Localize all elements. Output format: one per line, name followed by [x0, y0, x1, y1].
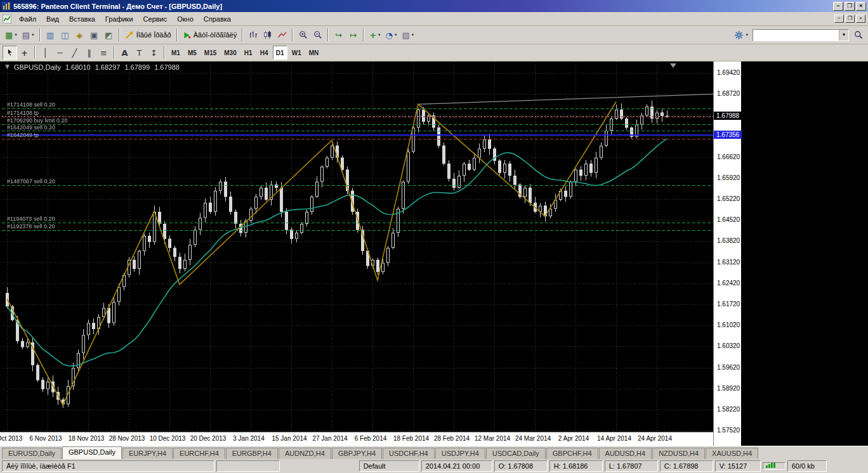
chart-minimize-button[interactable]: − — [834, 15, 844, 23]
fibonacci-button[interactable]: ≡ — [96, 46, 111, 60]
market-watch-icon: ▥ — [46, 31, 54, 39]
timeframe-d1-button[interactable]: D1 — [273, 46, 287, 60]
menu-item-справка[interactable]: Справка — [199, 13, 236, 25]
chart-window-controls: − ❐ × — [834, 15, 865, 23]
timeframe-m30-button[interactable]: M30 — [221, 46, 239, 60]
order-line-label: #1192378 sell 0.20 — [7, 223, 55, 230]
one-click-trading-arrow-icon[interactable]: ▼ — [5, 63, 10, 71]
price-axis-label: 1.58920 — [717, 385, 740, 392]
chart-tab[interactable]: XAUUSD,H4 — [706, 448, 758, 459]
chart-shift-icon: ↦ — [350, 31, 357, 39]
periods-button[interactable]: ◔▾ — [383, 28, 400, 42]
volume-value: V: 15127 — [715, 460, 761, 472]
status-bar: Äëÿ ïîìîùè, íàæìèòå F1Default2014.04.21 … — [0, 459, 868, 473]
chart-tab[interactable]: EURGBP,H4 — [226, 448, 278, 459]
text-label-button[interactable]: T — [132, 46, 147, 60]
date-axis-label: 14 Apr 2014 — [597, 435, 631, 442]
profile: Default — [359, 460, 419, 472]
new-order-button[interactable]: Íîâûé Îðäåð — [122, 28, 174, 42]
market-watch-button[interactable]: ▥ — [43, 28, 58, 42]
dropdown-arrow-icon: ▾ — [412, 32, 414, 37]
timeframe-m15-button[interactable]: M15 — [201, 46, 220, 60]
profiles-icon: ▤ — [22, 31, 30, 39]
new-chart-button[interactable]: ▦▾ — [3, 28, 20, 42]
minimize-button[interactable]: − — [833, 2, 843, 11]
indicators-button[interactable]: +▾ — [367, 28, 383, 42]
horizontal-line-button[interactable]: ─ — [53, 46, 67, 60]
zoom-in-button[interactable] — [296, 28, 310, 42]
zoomout-icon — [313, 30, 322, 39]
chart-tab[interactable]: AUDUSD,H4 — [599, 448, 652, 459]
chart-tab[interactable]: AUDNZD,H4 — [279, 448, 331, 459]
profiles-button[interactable]: ▤▾ — [20, 28, 37, 42]
menu-item-графики[interactable]: Графики — [100, 13, 138, 25]
menu-item-вставка[interactable]: Вставка — [64, 13, 100, 25]
search-combobox[interactable]: ▾ — [753, 29, 849, 41]
chart-shift-button[interactable]: ↦ — [346, 28, 360, 42]
timeframe-mn-button[interactable]: MN — [306, 46, 322, 60]
price-axis-label: 1.62420 — [717, 280, 740, 287]
cursor-button[interactable] — [3, 46, 17, 60]
text-label-icon: T — [137, 49, 142, 57]
terminal-button[interactable]: ▣ — [87, 28, 102, 42]
timeframe-m5-button[interactable]: M5 — [185, 46, 200, 60]
chart-bars-button[interactable] — [246, 28, 260, 42]
chart-close-value: 1.67988 — [154, 63, 180, 71]
chart-tab[interactable]: EURJPY,H4 — [122, 448, 173, 459]
chart-tab[interactable]: GBPCHF,H4 — [546, 448, 598, 459]
autotrade-label: Àâòî-òîðãîâëÿ — [194, 31, 237, 39]
application-window: 565896: Panteon Client Terminal - Демо С… — [0, 0, 868, 473]
restore-button[interactable]: ❐ — [845, 2, 855, 11]
strategy-tester-button[interactable]: ◩ — [102, 28, 116, 42]
vertical-line-icon: │ — [43, 49, 48, 57]
menu-item-окно[interactable]: Окно — [172, 13, 199, 25]
chart-tab[interactable]: EURUSD,Daily — [2, 448, 62, 459]
order-line-label: #1706290 buy limit 0.20 — [7, 117, 68, 124]
chart-tab[interactable]: USDJPY,H4 — [435, 448, 485, 459]
date-axis-label: 20 Dec 2013 — [190, 435, 227, 442]
chart-tab[interactable]: EURCHF,H4 — [173, 448, 225, 459]
menu-item-вид[interactable]: Вид — [41, 13, 64, 25]
auto-scroll-icon: ↪ — [335, 31, 342, 39]
channel-icon: ∥ — [87, 49, 91, 57]
chart-restore-button[interactable]: ❐ — [845, 15, 855, 23]
chart-tab[interactable]: NZDUSD,H4 — [652, 448, 705, 459]
crosshair-button[interactable]: + — [17, 46, 32, 60]
search-input[interactable] — [753, 30, 839, 40]
menu-item-файл[interactable]: Файл — [14, 13, 41, 25]
toolbar-separator — [34, 46, 36, 59]
templates-button[interactable]: ▧▾ — [399, 28, 416, 42]
arrows-button[interactable]: ↕ — [147, 46, 161, 60]
price-axis[interactable]: 1.694201.687201.680201.673201.666201.659… — [713, 62, 741, 446]
zoom-out-button[interactable] — [310, 28, 325, 42]
timeframe-h1-button[interactable]: H1 — [241, 46, 256, 60]
channel-button[interactable]: ∥ — [82, 46, 96, 60]
timeframe-w1-button[interactable]: W1 — [289, 46, 305, 60]
crosshair-icon: + — [21, 49, 28, 57]
autotrade-button[interactable]: Àâòî-òîðãîâëÿ — [180, 28, 240, 42]
chart-ohlc-label: ▼ GBPUSD,Daily 1.68010 1.68297 1.67899 1… — [5, 63, 180, 71]
trend-line-button[interactable]: ╱ — [67, 46, 82, 60]
timeframe-m1-button[interactable]: M1 — [168, 46, 183, 60]
close-button[interactable]: × — [856, 2, 866, 11]
menu-item-сервис[interactable]: Сервис — [138, 13, 173, 25]
chart-candles-button[interactable] — [260, 28, 275, 42]
text-button[interactable]: A — [117, 46, 132, 60]
vertical-line-button[interactable]: │ — [38, 46, 53, 60]
chart-tab[interactable]: GBPUSD,Daily — [62, 446, 122, 459]
date-axis[interactable]: 27 Oct 20136 Nov 201318 Nov 201328 Nov 2… — [0, 432, 713, 446]
settings-button[interactable]: ▾ — [732, 28, 751, 42]
chart-tab[interactable]: GBPJPY,H4 — [332, 448, 382, 459]
auto-scroll-button[interactable]: ↪ — [331, 28, 346, 42]
chart-line-button[interactable] — [275, 28, 289, 42]
chart-tab[interactable]: USDCAD,Daily — [486, 448, 546, 459]
chart-tab[interactable]: USDCHF,H4 — [383, 448, 435, 459]
search-button[interactable] — [851, 28, 865, 42]
navigator-button[interactable]: ◈ — [72, 28, 87, 42]
timeframe-h4-button[interactable]: H4 — [257, 46, 272, 60]
data-window-button[interactable]: ◫ — [58, 28, 72, 42]
chart-close-button[interactable]: × — [856, 15, 865, 23]
price-chart-canvas[interactable] — [2, 62, 713, 432]
order-line-label: #1194073 sell 0.20 — [7, 216, 55, 222]
search-dropdown-button[interactable]: ▾ — [839, 30, 848, 41]
